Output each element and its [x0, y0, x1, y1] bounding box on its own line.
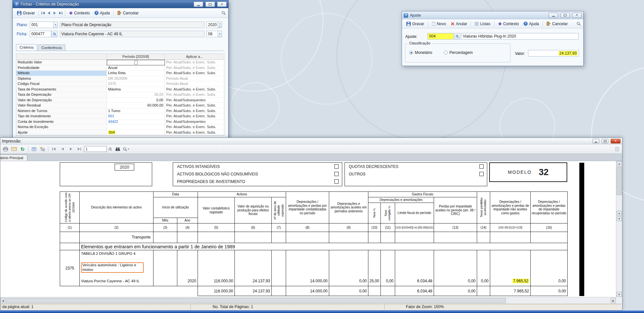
plano-combobox[interactable]: 001: [30, 22, 58, 28]
criteria-value[interactable]: 25,00: [107, 92, 165, 98]
maximize-button[interactable]: [205, 2, 215, 7]
checkbox[interactable]: [134, 61, 138, 64]
print-button[interactable]: [2, 145, 9, 153]
find-button[interactable]: [114, 145, 121, 153]
last-record-button[interactable]: [58, 10, 64, 16]
toggle-grid-button[interactable]: [30, 145, 38, 153]
tab-relatorio-principal[interactable]: latório Principal: [0, 155, 27, 161]
scrollbar-thumb[interactable]: [617, 167, 622, 195]
toolbar-end-button[interactable]: [613, 145, 621, 153]
scroll-down-button[interactable]: [617, 292, 622, 297]
listas-button[interactable]: Listas: [472, 21, 492, 27]
scroll-right-button[interactable]: [611, 298, 616, 303]
minimize-button[interactable]: [549, 13, 558, 18]
scroll-left-button[interactable]: [0, 298, 6, 303]
minimize-button[interactable]: [592, 139, 599, 143]
criteria-value[interactable]: 001: [107, 114, 165, 119]
criteria-row[interactable]: Número de Turnos1 TurnoPer. Atual/Subs. …: [16, 108, 224, 114]
valor-input[interactable]: 24.137,93: [528, 50, 579, 57]
criteria-value[interactable]: 60.000,00: [107, 103, 165, 108]
zoom-button[interactable]: [122, 145, 130, 153]
criteria-value[interactable]: [107, 60, 165, 65]
cancelar-button[interactable]: Cancelar: [115, 10, 141, 16]
first-page-button[interactable]: [50, 145, 58, 153]
ficha-code-input[interactable]: 000477: [30, 31, 51, 37]
criteria-row[interactable]: Ajuste004Per. Atual/Subs. e Exerc. Subs.: [16, 130, 224, 136]
criteria-value[interactable]: Linha Reta: [107, 71, 165, 76]
cell-dep-periodo: 14.000,00: [286, 250, 329, 286]
search-button[interactable]: [575, 21, 581, 27]
criteria-value[interactable]: DR 25/2009: [107, 76, 165, 82]
minimize-button[interactable]: [194, 2, 203, 7]
radio-percentagem[interactable]: Percentagem: [444, 50, 473, 55]
ajuste-name-field[interactable]: Viaturas Híbridas Plug-In 2020: [461, 33, 579, 40]
criteria-value[interactable]: 0,00: [107, 98, 165, 103]
criteria-value[interactable]: Anual: [107, 65, 165, 71]
criteria-row[interactable]: Código Fiscal2375Período Atual: [16, 81, 224, 87]
fichas-titlebar[interactable]: Fichas - Critérios de Depreciação: [13, 0, 228, 8]
first-record-button[interactable]: [40, 10, 46, 16]
criteria-row[interactable]: Norma de ExceçãoPer. Atual/Subs. e Exerc…: [16, 124, 224, 130]
close-button[interactable]: [611, 139, 620, 143]
group-tree-button[interactable]: [39, 145, 46, 153]
cancelar-button[interactable]: Cancelar: [544, 21, 570, 27]
next-page-button[interactable]: [67, 145, 75, 153]
criteria-row[interactable]: Tipo de Investimento001Per. Atual/Subs. …: [16, 114, 224, 119]
page-down-button[interactable]: [617, 216, 622, 221]
maximize-button[interactable]: [602, 139, 608, 143]
last-page-button[interactable]: [75, 145, 83, 153]
anular-button[interactable]: Anular: [448, 21, 470, 27]
page-number-input[interactable]: 1: [84, 146, 107, 152]
criteria-row[interactable]: Taxa de ProcessamentoMáximaPer. Atual/Su…: [16, 87, 224, 92]
criteria-row[interactable]: Conta de Investimento43422Per. Atual/Sub…: [16, 119, 224, 125]
tab-criterios[interactable]: Critérios: [16, 44, 37, 51]
ajuste-titlebar[interactable]: Ajuste: [402, 11, 583, 19]
ajuda-button[interactable]: ? Ajuda: [521, 21, 541, 27]
criteria-row[interactable]: PeriodicidadeAnualPer. Atual/Subs. e Exe…: [16, 65, 224, 71]
criteria-value[interactable]: 1 Turno: [107, 108, 165, 114]
close-button[interactable]: [572, 13, 582, 18]
taskbar[interactable]: [0, 310, 644, 313]
export-button[interactable]: [10, 145, 18, 153]
criteria-row[interactable]: DiplomaDR 25/2009Período Atual: [16, 76, 224, 82]
vertical-scrollbar[interactable]: [616, 161, 622, 297]
plano-name-field[interactable]: Plano Fiscal de Depreciação: [60, 22, 204, 28]
radio-monetario[interactable]: Monetário: [409, 50, 432, 55]
search-button[interactable]: [220, 10, 226, 16]
criteria-row[interactable]: Taxa de Depreciação25,00Per. Atual/Subs.…: [16, 92, 224, 98]
ajuste-lookup-button[interactable]: [454, 33, 460, 40]
tab-conferencia[interactable]: Conferência: [38, 44, 65, 51]
next-record-button[interactable]: [52, 10, 58, 16]
maximize-button[interactable]: [560, 13, 570, 18]
criteria-row[interactable]: MétodoLinha RetaPer. Atual/Subs. e Exerc…: [16, 71, 224, 76]
scroll-up-button[interactable]: [617, 161, 622, 166]
ficha-name-field[interactable]: Viatura Porche Cayenne - AC 49 IL: [60, 31, 204, 37]
ajuda-button[interactable]: ? Ajuda: [92, 10, 112, 16]
contexto-button[interactable]: Contexto: [496, 21, 521, 27]
criteria-value[interactable]: Máxima: [107, 87, 165, 92]
criteria-value[interactable]: 2375: [107, 81, 165, 87]
ficha-lookup-button[interactable]: [52, 31, 57, 37]
ajuste-code-input[interactable]: 004: [427, 33, 454, 40]
page-up-button[interactable]: [617, 211, 622, 216]
criteria-value[interactable]: 43422: [107, 119, 165, 125]
contexto-button[interactable]: Contexto: [67, 10, 92, 16]
novo-button[interactable]: Novo: [429, 21, 448, 27]
close-button[interactable]: [217, 2, 227, 7]
horizontal-scrollbar[interactable]: [0, 297, 616, 304]
plano-year-spinner[interactable]: 2020: [206, 22, 222, 28]
gravar-button[interactable]: Gravar: [404, 21, 427, 27]
criteria-value[interactable]: 004: [107, 130, 165, 136]
criteria-row[interactable]: Reduzido ValorPer. Atual/Subs. e Exerc. …: [16, 60, 224, 65]
impressao-titlebar[interactable]: Impressão:: [0, 138, 622, 144]
criteria-row[interactable]: Valor Residual60.000,00Per. Atual/Subs. …: [16, 103, 224, 108]
gravar-button[interactable]: Gravar: [15, 10, 37, 16]
previous-record-button[interactable]: [46, 10, 52, 16]
desc-tabela: TABELA 2 DIVISÃO 1 GRUPO 4: [81, 252, 153, 256]
prev-page-button[interactable]: [58, 145, 66, 153]
refresh-button[interactable]: [19, 145, 26, 153]
scrollbar-thumb[interactable]: [6, 298, 506, 303]
criteria-row[interactable]: Valor de Depreciação0,00Per. Atual/Subse…: [16, 98, 224, 103]
criteria-value[interactable]: [107, 124, 165, 130]
ficha-month-combobox[interactable]: 08: [206, 31, 222, 37]
